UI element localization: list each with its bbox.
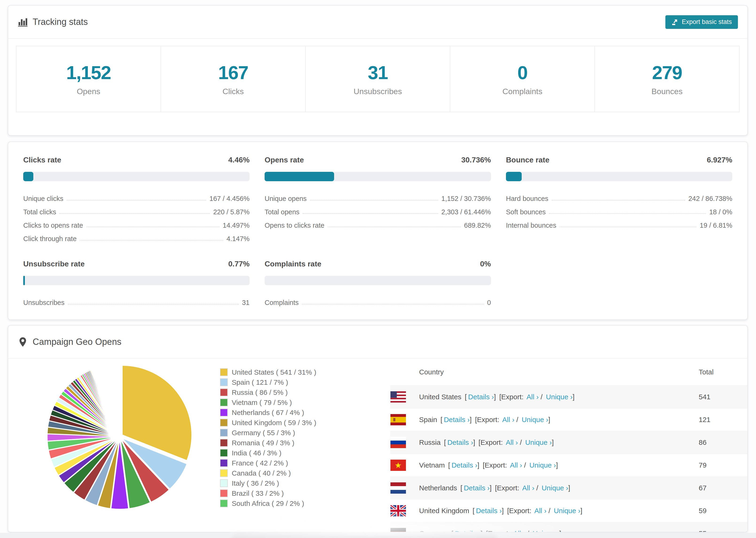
legend-item: Canada ( 40 / 2% ) [220, 468, 316, 478]
stat-value: 167 / 4.456% [209, 195, 249, 202]
export-all-link[interactable]: All › [534, 507, 547, 514]
country-name: Russia [419, 439, 441, 446]
details-link[interactable]: Details › [447, 439, 473, 446]
flag-gb-icon [391, 505, 406, 516]
tracking-stats-card: Tracking stats Export basic stats 1,152 … [8, 5, 748, 136]
export-all-link[interactable]: All › [527, 393, 539, 401]
svg-text:★: ★ [395, 461, 402, 470]
rate-title: Unsubscribe rate [23, 260, 84, 268]
export-all-link[interactable]: All › [510, 461, 522, 469]
dotted-leader [302, 304, 484, 304]
stat-row: Opens to clicks rate 689.82% [265, 216, 491, 229]
export-unique-link[interactable]: Unique › [554, 507, 580, 514]
export-unique-link[interactable]: Unique › [522, 416, 548, 423]
legend-swatch [220, 449, 228, 457]
stat-row: Total opens 2,303 / 61.446% [265, 202, 491, 216]
legend-item: Vietnam ( 79 / 5% ) [220, 398, 316, 407]
rate-value: 0% [480, 260, 491, 268]
details-link[interactable]: Details › [455, 529, 481, 532]
legend-item: Germany ( 55 / 3% ) [220, 428, 316, 438]
export-unique-link[interactable]: Unique › [542, 484, 568, 492]
stat-label: Total clicks [23, 208, 56, 216]
export-all-link[interactable]: All › [502, 416, 514, 423]
progress-fill [23, 172, 33, 181]
table-row: ★ Vietnam [Details ›] [Export: All › / U… [390, 454, 748, 476]
geo-table: Country Total United States [Details ›] … [390, 359, 748, 532]
stat-row: Soft bounces 18 / 0% [506, 202, 732, 216]
geo-pie-chart [47, 364, 192, 510]
rate-title: Opens rate [265, 156, 304, 164]
export-all-link[interactable]: All › [513, 529, 525, 532]
legend-swatch [220, 459, 228, 467]
table-header-total: Total [699, 368, 748, 376]
rate-block: Unsubscribe rate 0.77% Unsubscribes 31 [23, 260, 249, 306]
stat-value: 1,152 / 30.736% [441, 195, 491, 202]
legend-label: Germany ( 55 / 3% ) [232, 429, 295, 437]
legend-swatch [220, 378, 228, 386]
details-link[interactable]: Details › [452, 461, 477, 469]
stat-value: 689.82% [464, 222, 491, 229]
details-link[interactable]: Details › [444, 416, 469, 423]
export-all-link[interactable]: All › [506, 439, 518, 446]
row-total: 79 [699, 461, 748, 469]
progress-bar [506, 172, 732, 181]
legend-item: Brazil ( 33 / 2% ) [220, 488, 316, 498]
legend-item: United States ( 541 / 31% ) [220, 367, 316, 377]
stat-label: Total opens [265, 208, 299, 216]
flag-us-icon [391, 391, 406, 403]
export-unique-link[interactable]: Unique › [546, 393, 572, 401]
summary-cell: 31 Unsubscribes [306, 46, 450, 112]
export-all-link[interactable]: All › [522, 484, 534, 492]
export-unique-link[interactable]: Unique › [533, 529, 559, 532]
country-cell: Spain [Details ›] [Export: All › / Uniqu… [419, 416, 552, 424]
dotted-leader [67, 200, 206, 200]
dotted-leader [59, 213, 210, 214]
tracking-stats-title-row: Tracking stats [18, 17, 88, 27]
stat-value: 220 / 5.87% [213, 208, 249, 216]
summary-label: Unsubscribes [353, 87, 402, 96]
legend-label: India ( 46 / 3% ) [232, 449, 282, 457]
stat-value: 242 / 86.738% [688, 195, 732, 202]
details-link[interactable]: Details › [464, 484, 490, 492]
stat-label: Clicks to opens rate [23, 222, 83, 229]
stat-row: Click through rate 4.147% [23, 229, 249, 243]
table-row: United States [Details ›] [Export: All ›… [390, 385, 748, 408]
country-cell: Netherlands [Details ›] [Export: All › /… [419, 484, 572, 492]
summary-label: Opens [77, 87, 100, 96]
rate-title: Complaints rate [265, 260, 321, 268]
row-total: 86 [699, 439, 748, 447]
details-link[interactable]: Details › [476, 507, 502, 514]
dotted-leader [310, 200, 438, 200]
stat-value: 0 [487, 299, 491, 306]
stat-row: Clicks to opens rate 14.497% [23, 216, 249, 229]
legend-label: United States ( 541 / 31% ) [232, 368, 316, 376]
bar-chart-icon [18, 17, 28, 27]
legend-item: South Africa ( 29 / 2% ) [220, 498, 316, 509]
table-row: Spain [Details ›] [Export: All › / Uniqu… [390, 408, 748, 431]
export-basic-stats-button[interactable]: Export basic stats [665, 15, 738, 29]
stat-row: Unique opens 1,152 / 30.736% [265, 189, 491, 202]
legend-swatch [220, 419, 228, 426]
table-row: United Kingdom [Details ›] [Export: All … [390, 499, 748, 522]
stat-label: Unique opens [265, 195, 307, 202]
stat-value: 14.497% [223, 222, 250, 229]
geo-table-header: Country Total [390, 359, 748, 385]
rate-value: 4.46% [228, 156, 249, 164]
rates-card: Clicks rate 4.46% Unique clicks 167 / 4.… [8, 141, 748, 320]
export-unique-link[interactable]: Unique › [529, 461, 556, 469]
export-icon [672, 19, 678, 26]
stat-row: Complaints 0 [265, 293, 491, 306]
legend-item: Netherlands ( 67 / 4% ) [220, 407, 316, 418]
legend-item: India ( 46 / 3% ) [220, 448, 316, 458]
progress-fill [23, 276, 25, 285]
stat-row: Hard bounces 242 / 86.738% [506, 189, 732, 202]
dotted-leader [552, 200, 685, 200]
row-total: 67 [699, 484, 748, 492]
progress-bar [265, 172, 491, 181]
export-unique-link[interactable]: Unique › [525, 439, 552, 446]
rate-block: Complaints rate 0% Complaints 0 [265, 260, 491, 306]
legend-swatch [220, 368, 228, 376]
progress-bar [23, 172, 249, 181]
legend-label: Russia ( 86 / 5% ) [232, 389, 288, 397]
details-link[interactable]: Details › [468, 393, 494, 401]
